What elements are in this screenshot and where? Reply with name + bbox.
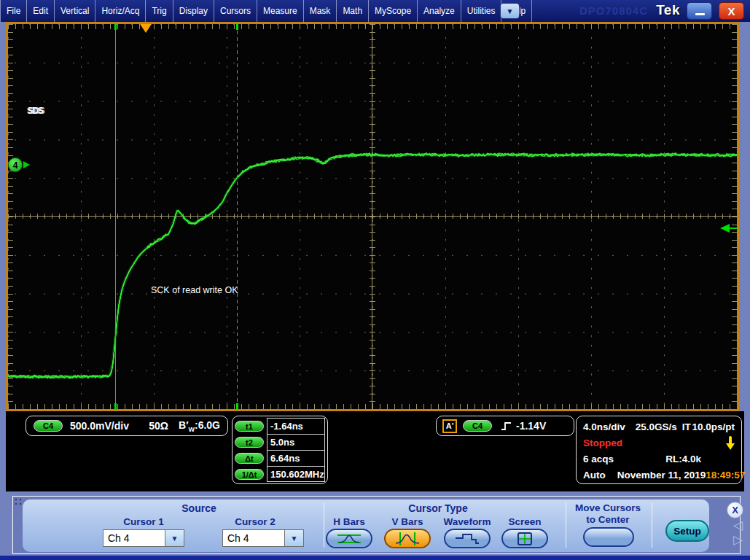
trigger-level-value: -1.14V [516, 420, 546, 432]
nav-right-icon[interactable]: ▷ [733, 534, 743, 546]
v-bars-icon [394, 532, 421, 546]
menu-bar: FileEditVerticalHoriz/AcqTrigDisplayCurs… [0, 0, 532, 22]
date-label: November 11, 2019 [617, 470, 706, 481]
minimize-button[interactable] [687, 2, 712, 20]
panel-close-button[interactable]: X [727, 502, 743, 518]
cursor2-label: Cursor 2 [235, 516, 276, 527]
bottom-edge-strip [0, 556, 750, 560]
graticule-frame: SDS SCK of read write OK 4 [6, 22, 739, 411]
cursor-type-header: Cursor Type [408, 502, 467, 514]
chevron-down-icon[interactable]: ▼ [165, 530, 184, 546]
channel-4-badge[interactable]: 4 [8, 158, 23, 172]
menu-item-cursors[interactable]: Cursors [214, 0, 257, 22]
menu-item-utilities[interactable]: Utilities [461, 0, 502, 22]
model-label: DPO70804C [579, 4, 648, 17]
menu-overflow-button[interactable]: ▼ [500, 3, 520, 19]
status-bar: C4 500.0mV/div 50Ω B′W:6.0G t1 -1.64ns t… [6, 411, 744, 491]
trigger-mode: Auto [583, 470, 606, 481]
v-bars-button[interactable] [384, 529, 431, 548]
screen-cursor-icon [517, 532, 533, 545]
channel-scale: 500.0mV/div [70, 420, 129, 432]
panel-frame: Source Cursor 1 Cursor 2 Ch 4 ▼ Ch 4 ▼ C… [12, 496, 741, 554]
cursor-readout-table: t1 -1.64ns t2 5.0ns Δt 6.64ns 1/Δt 150.6… [232, 416, 328, 484]
waveform-label: Waveform [444, 516, 491, 527]
table-row: t2 5.0ns [235, 434, 325, 450]
menu-item-trig[interactable]: Trig [146, 0, 173, 22]
trigger-readout: A' C4 -1.14V [436, 416, 574, 436]
cursor1-source-value: Ch 4 [103, 530, 165, 546]
acquisition-count: 6 acqs [583, 454, 614, 464]
screen-button[interactable] [501, 529, 548, 548]
menu-item-horiz-acq[interactable]: Horiz/Acq [95, 0, 146, 22]
temperature-indicator-icon [726, 436, 735, 450]
menu-item-myscope[interactable]: MyScope [369, 0, 418, 22]
channel-bandwidth: B′W:6.0G [179, 419, 220, 433]
table-row: 1/Δt 150.602MHz [235, 466, 325, 482]
delta-t-pill: Δt [235, 453, 264, 464]
menu-item-edit[interactable]: Edit [27, 0, 55, 22]
cursor2-source-select[interactable]: Ch 4 ▼ [222, 529, 304, 547]
menu-item-mask[interactable]: Mask [304, 0, 337, 22]
inv-delta-t-pill: 1/Δt [235, 469, 264, 480]
menu-item-math[interactable]: Math [337, 0, 369, 22]
tek-logo: Tek [656, 2, 680, 18]
acquisition-status: Stopped [583, 438, 622, 448]
cursor-2-vbar[interactable] [237, 24, 238, 409]
cursor-1-top-mark [114, 24, 117, 30]
cursor1-label: Cursor 1 [123, 516, 164, 527]
trigger-level-arrow-icon[interactable] [720, 224, 730, 233]
minimize-icon [695, 13, 705, 15]
t2-value: 5.0ns [267, 434, 325, 450]
cursor1-source-select[interactable]: Ch 4 ▼ [103, 529, 184, 547]
screen-label: Screen [508, 516, 541, 527]
setup-button[interactable]: Setup [665, 520, 709, 542]
divider [652, 502, 652, 548]
oscilloscope-screen: FileEditVerticalHoriz/AcqTrigDisplayCurs… [0, 0, 750, 560]
cursor-2-top-mark [236, 24, 238, 30]
trigger-source-badge: A' [442, 419, 457, 433]
source-header: Source [181, 502, 216, 514]
waveform-button[interactable] [444, 529, 491, 548]
delta-t-value: 6.64ns [267, 450, 325, 466]
cursor-1-bottom-mark [114, 403, 117, 409]
resolution: 10.0ps/pt [692, 421, 735, 432]
menu-item-display[interactable]: Display [173, 0, 214, 22]
menu-item-vertical[interactable]: Vertical [55, 0, 95, 22]
t2-pill: t2 [235, 437, 264, 448]
menu-item-measure[interactable]: Measure [257, 0, 304, 22]
divider [566, 502, 566, 548]
acquisition-readout: 4.0ns/div 25.0GS/s IT 10.0ps/pt Stopped … [576, 416, 742, 484]
close-button[interactable]: X [719, 2, 744, 20]
inv-delta-t-value: 150.602MHz [267, 466, 325, 482]
table-row: Δt 6.64ns [235, 450, 325, 466]
h-bars-label: H Bars [333, 516, 365, 527]
trigger-position-marker-icon[interactable] [140, 24, 152, 33]
channel-readout: C4 500.0mV/div 50Ω B′W:6.0G [26, 416, 228, 436]
graticule: SDS SCK of read write OK [8, 24, 737, 409]
record-length: RL:4.0k [665, 454, 701, 464]
cursor-2-bottom-mark [236, 403, 238, 409]
t1-pill: t1 [235, 421, 264, 432]
table-row: t1 -1.64ns [235, 418, 325, 434]
t1-value: -1.64ns [267, 418, 325, 434]
v-bars-label: V Bars [392, 516, 423, 527]
move-cursors-to-center-button[interactable] [583, 527, 634, 547]
cursor-1-vbar[interactable] [115, 24, 116, 409]
channel-impedance: 50Ω [149, 420, 168, 432]
titlebar: FileEditVerticalHoriz/AcqTrigDisplayCurs… [0, 0, 750, 22]
menu-item-analyze[interactable]: Analyze [418, 0, 461, 22]
nav-left-icon[interactable]: ◁ [733, 520, 743, 532]
h-bars-button[interactable] [326, 529, 372, 548]
panel-grip-icon[interactable] [15, 498, 22, 505]
overlapped-signal-label: SDS [27, 106, 43, 116]
move-cursors-label-line1: Move Cursors [575, 502, 641, 513]
sampling-mode: IT [682, 421, 691, 432]
chevron-down-icon[interactable]: ▼ [284, 530, 303, 546]
divider [324, 502, 324, 548]
timebase: 4.0ns/div [583, 421, 625, 432]
sample-rate: 25.0GS/s [636, 421, 677, 432]
cursor-controls-panel: Source Cursor 1 Cursor 2 Ch 4 ▼ Ch 4 ▼ C… [0, 491, 750, 560]
menu-item-file[interactable]: File [0, 0, 27, 22]
move-cursors-label-line2: to Center [586, 514, 629, 525]
channel-4-reference-arrow-icon [23, 161, 30, 168]
